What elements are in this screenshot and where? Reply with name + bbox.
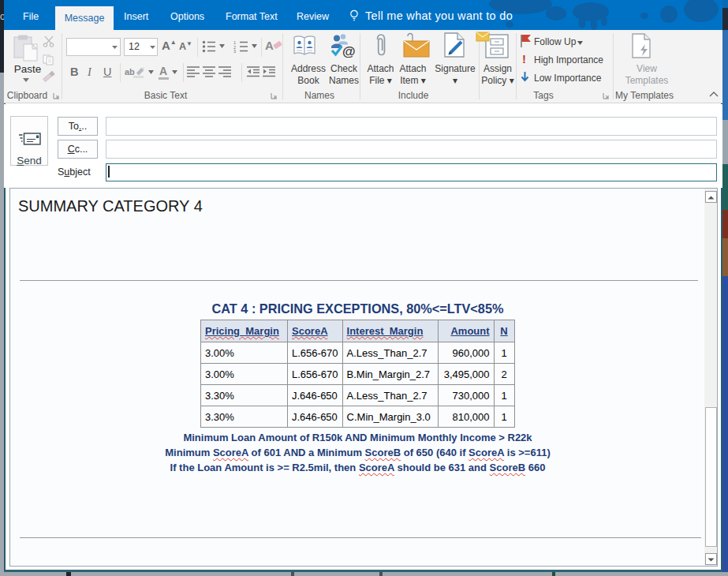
svg-text:@: @ xyxy=(342,44,356,58)
svg-text:3: 3 xyxy=(233,49,236,53)
